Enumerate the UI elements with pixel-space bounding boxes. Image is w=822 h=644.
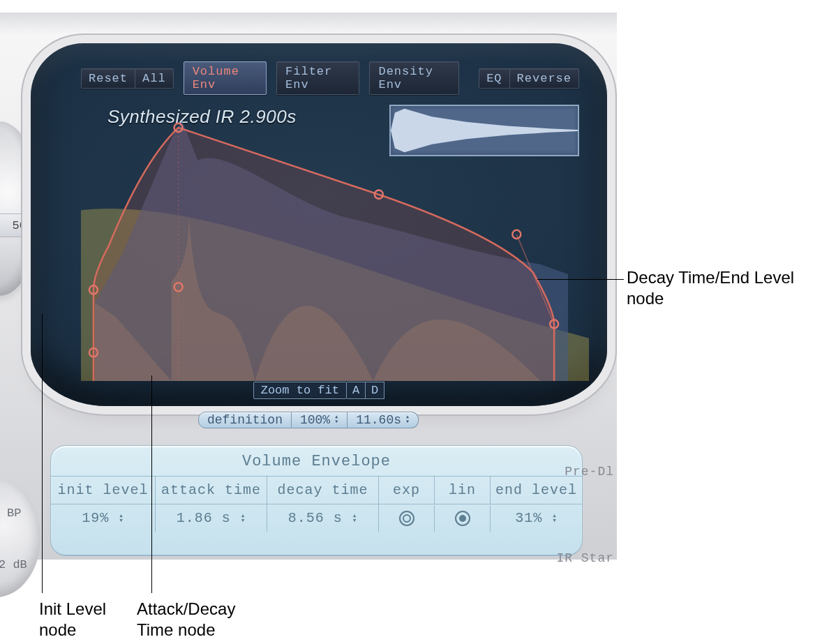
density-env-tab[interactable]: Density Env: [369, 61, 459, 95]
header-decay-time: decay time: [267, 477, 379, 504]
panel-header-row: init level attack time decay time exp li…: [51, 477, 582, 504]
side-label-predelay: Pre-Dl: [565, 465, 614, 479]
panel-title: Volume Envelope: [51, 446, 582, 477]
volume-env-tab[interactable]: Volume Env: [184, 61, 267, 95]
decay-time-stepper[interactable]: 8.56 s ▴▾: [267, 504, 379, 532]
lower-knob-label-bp: BP: [7, 507, 21, 520]
envelope-editor[interactable]: [81, 96, 589, 381]
stepper-icon: [405, 414, 410, 424]
header-lin: lin: [435, 477, 491, 504]
header-end-level: end level: [491, 477, 582, 504]
init-level-stepper[interactable]: 19% ▴▾: [51, 504, 156, 532]
stepper-icon: ▴▾: [352, 514, 358, 523]
lin-radio[interactable]: [435, 505, 491, 532]
eq-reverse-group[interactable]: EQ Reverse: [479, 68, 579, 89]
callout-attack-decay: Attack/Decay Time node: [137, 599, 255, 641]
init-level-value: 19%: [82, 510, 109, 526]
reverse-button[interactable]: Reverse: [510, 69, 578, 88]
zoom-attack-button[interactable]: A: [347, 382, 366, 399]
eq-button[interactable]: EQ: [479, 69, 509, 88]
stepper-icon: ▴▾: [241, 514, 246, 523]
definition-row: definition100%11.60s: [0, 412, 617, 428]
callout-line: [537, 279, 624, 280]
reset-group[interactable]: Reset All: [81, 68, 174, 89]
lower-knob-label-db: 2 dB: [0, 558, 27, 571]
plugin-shell: 500s ▴▾ BP 2 dB Reset All Volume Env Fil…: [0, 13, 617, 560]
exp-radio[interactable]: [379, 505, 435, 532]
definition-length[interactable]: 11.60s: [348, 412, 419, 428]
filter-env-tab[interactable]: Filter Env: [276, 61, 359, 95]
definition-label: definition: [198, 412, 292, 428]
callout-decay-end: Decay Time/End Level node: [627, 267, 808, 309]
panel-values-row: 19% ▴▾ 1.86 s ▴▾ 8.56 s ▴▾ 31% ▴▾: [51, 504, 582, 532]
decay-time-value: 8.56 s: [288, 510, 343, 526]
end-level-stepper[interactable]: 31% ▴▾: [491, 504, 582, 532]
callout-line: [151, 375, 152, 593]
callout-line: [42, 314, 43, 593]
header-attack-time: attack time: [156, 477, 267, 504]
header-init-level: init level: [51, 477, 156, 504]
volume-envelope-panel: Volume Envelope init level attack time d…: [50, 445, 583, 555]
stepper-icon: [334, 414, 338, 424]
attack-time-value: 1.86 s: [177, 510, 231, 526]
end-level-value: 31%: [515, 510, 542, 526]
stepper-icon: ▴▾: [552, 514, 558, 523]
side-label-irstart: IR Star: [556, 551, 614, 565]
definition-percent[interactable]: 100%: [292, 412, 348, 428]
header-exp: exp: [379, 477, 435, 504]
ir-display: Reset All Volume Env Filter Env Density …: [31, 43, 607, 406]
zoom-to-fit-button[interactable]: Zoom to fit: [253, 382, 347, 399]
reset-button[interactable]: Reset: [82, 69, 135, 88]
stepper-icon: ▴▾: [119, 514, 124, 523]
zoom-controls: Zoom to fitAD: [31, 382, 607, 399]
envelope-toolbar: Reset All Volume Env Filter Env Density …: [81, 66, 579, 91]
zoom-decay-button[interactable]: D: [366, 382, 384, 399]
callout-init-level: Init Level node: [39, 599, 123, 641]
attack-time-stepper[interactable]: 1.86 s ▴▾: [156, 504, 267, 532]
reset-all-button[interactable]: All: [135, 69, 173, 88]
lower-left-knob[interactable]: BP 2 dB: [0, 479, 40, 597]
